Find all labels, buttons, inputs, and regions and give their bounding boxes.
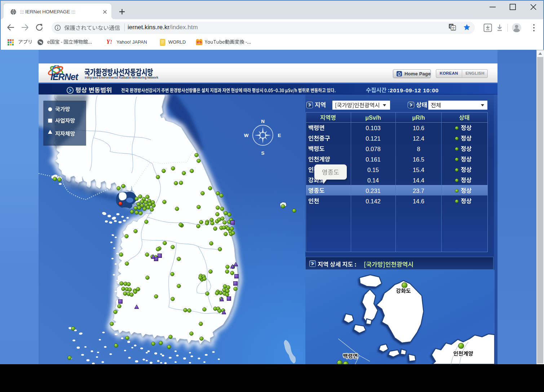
svg-text:15.4: 15.4	[413, 167, 424, 173]
svg-text:μSv/h: μSv/h	[365, 115, 381, 121]
svg-text:0.231: 0.231	[366, 188, 380, 194]
svg-text:0.161: 0.161	[366, 156, 380, 163]
svg-text:0.103: 0.103	[366, 125, 380, 131]
svg-text:0.15: 0.15	[367, 167, 379, 173]
svg-text:23.7: 23.7	[413, 188, 424, 194]
svg-text:μR/h: μR/h	[412, 115, 425, 121]
svg-text:14.4: 14.4	[413, 177, 424, 184]
svg-text:Integrated Environmental Radia: Integrated Environmental Radiation Monit…	[85, 76, 158, 79]
svg-text:文: 文	[452, 26, 455, 30]
svg-text:10.6: 10.6	[413, 125, 424, 131]
svg-text:8: 8	[417, 146, 420, 152]
svg-text:0.14: 0.14	[367, 177, 379, 184]
svg-text:E: E	[278, 133, 281, 138]
svg-text:2019-09-12 10:00: 2019-09-12 10:00	[390, 87, 439, 93]
svg-text:W: W	[244, 133, 249, 138]
svg-text:0.078: 0.078	[366, 146, 380, 152]
svg-text:16.5: 16.5	[413, 156, 424, 163]
svg-text:IERNet: IERNet	[50, 72, 79, 82]
svg-text:0.121: 0.121	[366, 135, 380, 142]
svg-text:12.4: 12.4	[413, 135, 424, 142]
svg-text:N: N	[261, 119, 265, 124]
svg-text:0.142: 0.142	[366, 198, 380, 204]
svg-text:S: S	[261, 150, 264, 156]
svg-text:CMC: CMC	[197, 42, 202, 44]
svg-text:14.6: 14.6	[413, 198, 424, 204]
